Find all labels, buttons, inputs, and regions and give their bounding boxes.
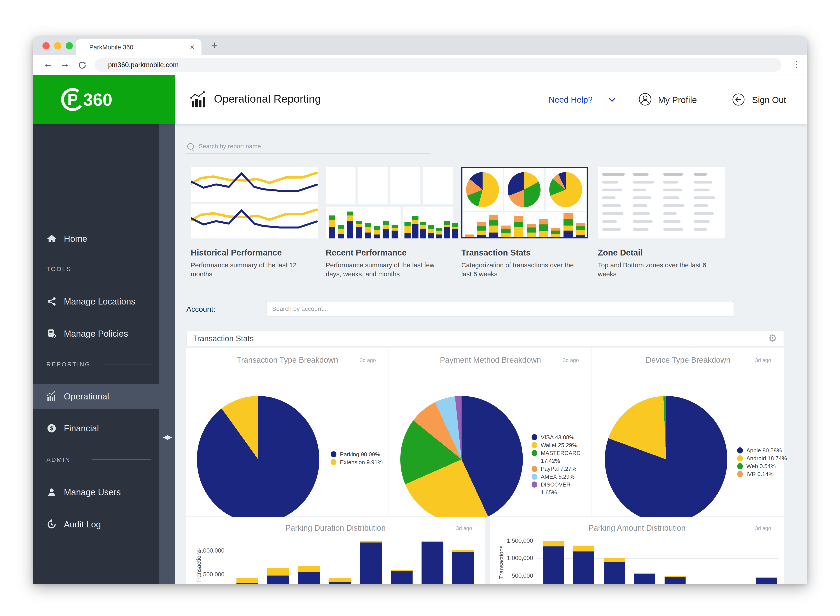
report-search-input[interactable] xyxy=(198,142,427,150)
report-card-transaction-stats[interactable]: Transaction Stats Categorization of tran… xyxy=(461,167,588,279)
account-label: Account: xyxy=(186,305,215,314)
browser-toolbar: ← → pm360.parkmobile.com ⋮ xyxy=(33,55,807,75)
divider xyxy=(106,364,151,364)
report-chart-icon xyxy=(190,91,208,110)
divider xyxy=(94,268,151,269)
main-content: Historical Performance Performance summa… xyxy=(175,124,807,584)
sidebar: ◀▶ Home TOOLS Manage Locations xyxy=(33,124,175,584)
report-description: Categorization of transactions over the … xyxy=(461,261,583,279)
sidebar-item-manage-policies[interactable]: Manage Policies xyxy=(33,321,159,346)
sidebar-strip xyxy=(159,124,175,584)
svg-text:$: $ xyxy=(50,425,53,431)
traffic-light-close-icon[interactable] xyxy=(43,42,50,50)
y-tick: 1,000,000 xyxy=(496,555,533,562)
chart-transaction-type-breakdown: Transaction Type Breakdown 3d ago Parkin… xyxy=(186,348,388,516)
chart-legend: Apple 80.58%Android 18.74%Web 0.54%IVR 0… xyxy=(737,446,787,478)
chart-updated: 3d ago xyxy=(563,357,579,363)
reload-icon[interactable] xyxy=(78,60,87,71)
pie-chart xyxy=(197,396,320,523)
chart-legend: VISA 43.08%Wallet 25.29%MASTERCARD17.42%… xyxy=(532,433,581,496)
need-help-link[interactable]: Need Help? xyxy=(548,95,592,104)
report-title: Historical Performance xyxy=(191,248,318,257)
page-title: Operational Reporting xyxy=(214,92,321,105)
panel-title: Transaction Stats xyxy=(193,334,254,343)
panel-header: Transaction Stats ⚙ xyxy=(186,330,784,346)
app-header: P 360 Operational Reporting Need Help? xyxy=(33,75,807,124)
chart-updated: 3d ago xyxy=(360,357,376,363)
section-label-admin: ADMIN xyxy=(46,456,70,463)
chart-payment-method-breakdown: Payment Method Breakdown 3d ago VISA 43.… xyxy=(389,348,591,516)
sidebar-item-manage-users[interactable]: Manage Users xyxy=(33,480,159,505)
search-icon xyxy=(187,143,194,150)
svg-text:P: P xyxy=(67,91,78,108)
section-label-reporting: REPORTING xyxy=(46,361,91,368)
browser-menu-icon[interactable]: ⋮ xyxy=(792,59,801,69)
report-description: Performance summary of the last few days… xyxy=(326,261,447,279)
sidebar-item-home[interactable]: Home xyxy=(33,226,159,251)
pie-chart xyxy=(605,396,727,523)
account-search-input[interactable] xyxy=(266,301,734,317)
report-card-recent-performance[interactable]: Recent Performance Performance summary o… xyxy=(326,167,453,279)
chart-device-type-breakdown: Device Type Breakdown 3d ago Apple 80.58… xyxy=(592,348,784,516)
tab-title: ParkMobile 360 xyxy=(89,44,133,51)
sidebar-collapse-toggle[interactable]: ◀▶ xyxy=(159,433,175,441)
browser-tab[interactable]: ParkMobile 360 × xyxy=(76,40,201,55)
report-thumbnail-selected xyxy=(461,167,588,238)
report-description: Top and Bottom zones over the last 6 wee… xyxy=(598,261,720,279)
policies-icon xyxy=(46,329,57,339)
report-card-historical-performance[interactable]: Historical Performance Performance summa… xyxy=(191,167,318,279)
history-icon xyxy=(46,519,57,529)
browser-window: ParkMobile 360 × + ← → pm360.parkmobile.… xyxy=(33,37,807,584)
report-description: Performance summary of the last 12 month… xyxy=(191,261,312,279)
new-tab-icon[interactable]: + xyxy=(211,39,217,51)
bar-plot xyxy=(232,517,481,584)
y-tick: 500,000 xyxy=(496,572,533,579)
back-icon[interactable]: ← xyxy=(43,59,53,69)
address-bar[interactable]: pm360.parkmobile.com xyxy=(94,58,781,72)
chart-updated: 3d ago xyxy=(755,357,771,363)
report-thumbnail xyxy=(326,167,453,238)
sidebar-item-financial[interactable]: $ Financial xyxy=(33,416,159,441)
report-thumbnail xyxy=(191,167,318,238)
section-label-tools: TOOLS xyxy=(46,265,71,273)
tab-strip: ParkMobile 360 × + xyxy=(33,37,807,55)
chart-parking-duration-distribution: Parking Duration Distribution 3d ago Tra… xyxy=(186,517,485,584)
bar-plot xyxy=(538,517,781,584)
transaction-stats-panel: Transaction Stats ⚙ Transaction Type Bre… xyxy=(186,330,784,584)
svg-text:360: 360 xyxy=(83,90,112,109)
sidebar-item-manage-locations[interactable]: Manage Locations xyxy=(33,289,159,314)
y-tick: 500,000 xyxy=(192,571,224,578)
financial-icon: $ xyxy=(46,423,57,434)
operational-chart-icon xyxy=(46,391,57,402)
gear-icon[interactable]: ⚙ xyxy=(768,333,777,344)
chart-parking-amount-distribution: Parking Amount Distribution 3d ago Trans… xyxy=(490,517,784,584)
url-text: pm360.parkmobile.com xyxy=(108,61,179,69)
my-profile-button[interactable]: My Profile xyxy=(658,95,697,105)
sign-out-icon[interactable] xyxy=(732,93,745,107)
report-thumbnail xyxy=(598,167,725,238)
locations-icon xyxy=(46,296,57,307)
logo[interactable]: P 360 xyxy=(33,75,175,124)
report-title: Zone Detail xyxy=(598,248,725,257)
report-search xyxy=(186,141,430,154)
y-tick: 1,000,000 xyxy=(192,547,224,554)
chart-legend: Parking 90.09%Extension 9.91% xyxy=(331,450,383,466)
chevron-down-icon[interactable] xyxy=(608,97,616,104)
forward-icon[interactable]: → xyxy=(60,59,70,69)
zone-table-skeleton xyxy=(598,167,725,238)
chart-title: Transaction Type Breakdown xyxy=(186,355,388,365)
user-icon xyxy=(46,487,57,497)
report-title: Recent Performance xyxy=(326,248,453,257)
divider xyxy=(92,459,151,460)
report-card-zone-detail[interactable]: Zone Detail Top and Bottom zones over th… xyxy=(598,167,725,279)
y-tick: 1,500,000 xyxy=(496,537,533,544)
pie-chart xyxy=(400,396,523,523)
traffic-light-minimize-icon[interactable] xyxy=(54,42,61,50)
sidebar-item-audit-log[interactable]: Audit Log xyxy=(33,512,159,537)
profile-icon[interactable] xyxy=(638,92,652,107)
sidebar-item-operational[interactable]: Operational xyxy=(33,384,159,409)
sign-out-button[interactable]: Sign Out xyxy=(752,95,786,105)
report-title: Transaction Stats xyxy=(461,248,588,257)
traffic-light-zoom-icon[interactable] xyxy=(66,42,73,50)
tab-close-icon[interactable]: × xyxy=(190,43,195,52)
